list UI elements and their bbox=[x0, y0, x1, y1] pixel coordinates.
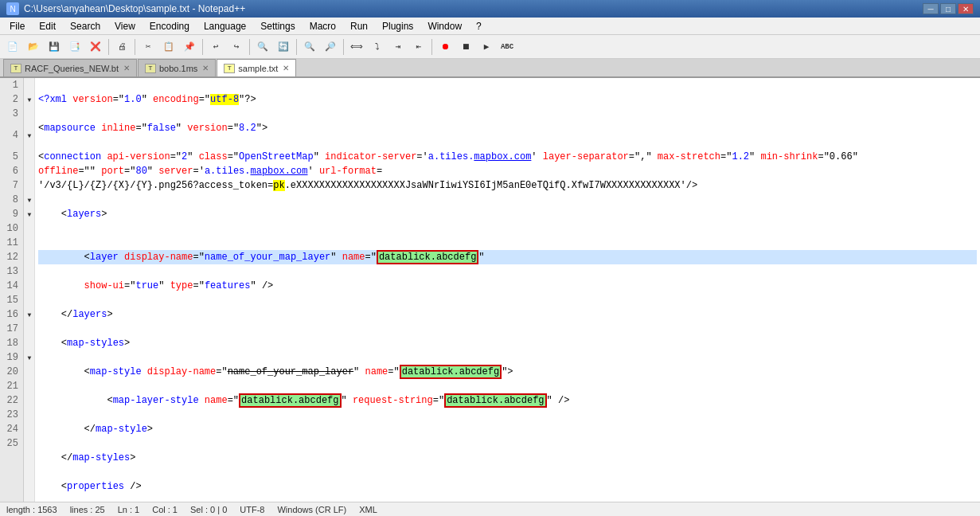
sep6 bbox=[343, 39, 344, 55]
sep2 bbox=[135, 39, 135, 55]
tab-icon-racf: T bbox=[10, 64, 21, 73]
tab-label-bobo: bobo.1ms bbox=[159, 64, 197, 73]
find-btn[interactable]: 🔍 bbox=[253, 38, 272, 56]
menu-encoding[interactable]: Encoding bbox=[143, 19, 196, 33]
status-sel: Sel : 0 | 0 bbox=[190, 505, 227, 514]
replace-btn[interactable]: 🔄 bbox=[274, 38, 293, 56]
menu-language[interactable]: Language bbox=[197, 19, 252, 33]
copy-btn[interactable]: 📋 bbox=[159, 38, 178, 56]
paste-btn[interactable]: 📌 bbox=[180, 38, 199, 56]
fold-17 bbox=[24, 322, 35, 336]
save-btn[interactable]: 💾 bbox=[45, 38, 64, 56]
status-length: length : 1563 bbox=[6, 505, 57, 514]
code-editor[interactable]: <?xml version="1.0" encoding="utf-8"?> <… bbox=[35, 78, 980, 502]
zoom-out-btn[interactable]: 🔎 bbox=[321, 38, 340, 56]
status-col: Col : 1 bbox=[152, 505, 178, 514]
menu-help[interactable]: ? bbox=[470, 19, 488, 33]
indent-btn[interactable]: ⇥ bbox=[388, 38, 408, 56]
sep1 bbox=[108, 39, 109, 55]
tab-close-racf[interactable]: ✕ bbox=[123, 64, 130, 72]
code-line-13: <properties /> bbox=[38, 479, 977, 494]
zoom-in-btn[interactable]: 🔍 bbox=[300, 38, 319, 56]
tab-bobo[interactable]: T bobo.1ms ✕ bbox=[138, 59, 216, 76]
close-button[interactable]: ✕ bbox=[958, 3, 974, 14]
sync-btn[interactable]: ⟺ bbox=[347, 38, 366, 56]
stop-btn[interactable]: ⏹ bbox=[456, 38, 475, 56]
menu-plugins[interactable]: Plugins bbox=[376, 19, 420, 33]
window-controls[interactable]: ─ □ ✕ bbox=[923, 3, 974, 14]
line-numbers: 1 2 3 4 5 6 7 8 9 10 11 12 13 14 15 16 1… bbox=[0, 78, 24, 502]
outdent-btn[interactable]: ⇤ bbox=[409, 38, 428, 56]
fold-1 bbox=[24, 78, 35, 92]
window-title: C:\Users\anyahean\Desktop\sample.txt - N… bbox=[24, 3, 245, 14]
menu-bar: File Edit Search View Encoding Language … bbox=[0, 18, 980, 35]
menu-run[interactable]: Run bbox=[344, 19, 374, 33]
code-area: 1 2 3 4 5 6 7 8 9 10 11 12 13 14 15 16 1… bbox=[0, 78, 980, 502]
menu-edit[interactable]: Edit bbox=[33, 19, 62, 33]
menu-file[interactable]: File bbox=[3, 19, 31, 33]
fold-24 bbox=[24, 422, 35, 436]
fold-9[interactable]: ▼ bbox=[24, 207, 35, 221]
code-line-1: <?xml version="1.0" encoding="utf-8"?> bbox=[38, 92, 977, 107]
tab-racf[interactable]: T RACF_Queries_NEW.bt ✕ bbox=[3, 59, 137, 76]
tab-icon-bobo: T bbox=[145, 64, 156, 73]
menu-settings[interactable]: Settings bbox=[254, 19, 301, 33]
menu-window[interactable]: Window bbox=[421, 19, 468, 33]
print-btn[interactable]: 🖨 bbox=[112, 38, 131, 56]
redo-btn[interactable]: ↪ bbox=[227, 38, 246, 56]
wrap-btn[interactable]: ⤵ bbox=[368, 38, 387, 56]
play-btn[interactable]: ▶ bbox=[477, 38, 496, 56]
fold-18 bbox=[24, 336, 35, 350]
fold-16[interactable]: ▼ bbox=[24, 307, 35, 322]
sep7 bbox=[431, 39, 432, 55]
fold-2[interactable]: ▼ bbox=[24, 92, 35, 107]
code-line-2: <mapsource inline="false" version="8.2"> bbox=[38, 121, 977, 135]
menu-view[interactable]: View bbox=[108, 19, 142, 33]
fold-19[interactable]: ▼ bbox=[24, 350, 35, 365]
minimize-button[interactable]: ─ bbox=[923, 3, 939, 14]
cut-btn[interactable]: ✂ bbox=[139, 38, 158, 56]
status-type: XML bbox=[359, 505, 377, 514]
save-all-btn[interactable]: 📑 bbox=[65, 38, 84, 56]
fold-13 bbox=[24, 264, 35, 279]
fold-25 bbox=[24, 436, 35, 451]
fold-7 bbox=[24, 178, 35, 193]
fold-20 bbox=[24, 365, 35, 379]
open-btn[interactable]: 📂 bbox=[24, 38, 43, 56]
fold-6 bbox=[24, 164, 35, 178]
code-line-9: <map-style display-name="name_of_your_ma… bbox=[38, 365, 977, 379]
code-line-4: <layers> bbox=[38, 207, 977, 236]
menu-macro[interactable]: Macro bbox=[303, 19, 342, 33]
fold-15 bbox=[24, 293, 35, 307]
fold-5 bbox=[24, 150, 35, 164]
tab-close-sample[interactable]: ✕ bbox=[283, 64, 289, 72]
status-bar: length : 1563 lines : 25 Ln : 1 Col : 1 … bbox=[0, 502, 980, 516]
code-line-12: </map-styles> bbox=[38, 451, 977, 465]
fold-22 bbox=[24, 393, 35, 408]
tab-sample[interactable]: T sample.txt ✕ bbox=[217, 59, 296, 76]
fold-21 bbox=[24, 379, 35, 393]
toolbar: 📄 📂 💾 📑 ❌ 🖨 ✂ 📋 📌 ↩ ↪ 🔍 🔄 🔍 🔎 ⟺ ⤵ ⇥ ⇤ ⏺ … bbox=[0, 35, 980, 59]
menu-search[interactable]: Search bbox=[64, 19, 107, 33]
abc-btn[interactable]: ABC bbox=[498, 38, 517, 56]
new-btn[interactable]: 📄 bbox=[3, 38, 22, 56]
fold-4[interactable]: ▼ bbox=[24, 121, 35, 150]
fold-11 bbox=[24, 236, 35, 250]
code-line-11: </map-style> bbox=[38, 422, 977, 436]
fold-8[interactable]: ▼ bbox=[24, 193, 35, 207]
code-line-7: </layers> bbox=[38, 307, 977, 322]
record-btn[interactable]: ⏺ bbox=[435, 38, 455, 56]
status-lines: lines : 25 bbox=[70, 505, 105, 514]
tab-icon-sample: T bbox=[224, 64, 235, 73]
fold-3 bbox=[24, 107, 35, 121]
sep5 bbox=[296, 39, 297, 55]
code-line-6: show-ui="true" type="features" /> bbox=[38, 279, 977, 293]
tab-close-bobo[interactable]: ✕ bbox=[202, 64, 209, 72]
undo-btn[interactable]: ↩ bbox=[206, 38, 225, 56]
app-icon: N bbox=[6, 2, 19, 15]
close-btn[interactable]: ❌ bbox=[86, 38, 105, 56]
code-line-8: <map-styles> bbox=[38, 336, 977, 350]
maximize-button[interactable]: □ bbox=[940, 3, 956, 14]
fold-column: ▼ ▼ ▼ ▼ ▼ ▼ bbox=[24, 78, 35, 502]
sep4 bbox=[249, 39, 250, 55]
